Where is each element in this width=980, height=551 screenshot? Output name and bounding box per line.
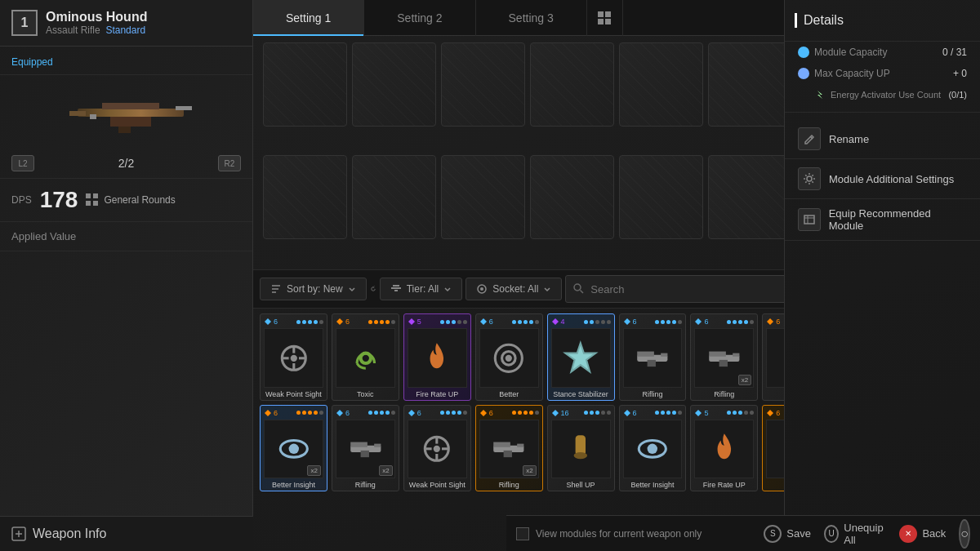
module-card[interactable]: 6 x2 Rifling Reinforcement [690, 313, 758, 401]
svg-rect-66 [360, 451, 368, 457]
svg-point-84 [648, 444, 657, 454]
card-header: 6 [264, 409, 323, 417]
max-capacity-icon [798, 68, 809, 79]
card-header: 4 [551, 318, 611, 326]
dot [738, 411, 742, 415]
sort-icon [270, 283, 282, 295]
circle-button[interactable]: ○ [959, 519, 970, 549]
svg-rect-93 [804, 216, 814, 224]
card-tier: 6 [766, 409, 780, 417]
tab-grid-button[interactable] [587, 0, 623, 36]
module-card[interactable]: 6 Rifling Reinforcement [619, 313, 687, 401]
card-icon-area: x2 [694, 328, 754, 388]
module-card[interactable]: 6 Toxic Enhancement Fire Rate [332, 313, 399, 401]
module-slot[interactable] [263, 155, 347, 239]
card-header: 6 [694, 318, 754, 326]
socket-filter-button[interactable]: Socket: All [466, 278, 562, 300]
svg-rect-64 [350, 442, 368, 447]
dot [661, 320, 665, 324]
dot [590, 411, 594, 415]
module-slot[interactable] [708, 42, 792, 127]
card-name: Weak Point Sight [264, 390, 323, 399]
weapon-info-btn[interactable]: Weapon Info [0, 516, 253, 551]
module-slot[interactable] [619, 155, 703, 239]
dot [655, 320, 659, 324]
svg-marker-59 [265, 410, 271, 416]
tab-setting1[interactable]: Setting 1 [253, 0, 364, 36]
module-slot[interactable] [708, 155, 792, 239]
rename-button[interactable]: Rename [785, 119, 980, 159]
sort-button[interactable]: Sort by: New [260, 278, 367, 300]
card-tier: 6 [336, 318, 350, 326]
x2-badge: x2 [307, 465, 320, 476]
module-slot[interactable] [530, 42, 614, 127]
card-dots [440, 411, 467, 415]
module-card[interactable]: 16 Shell UP [547, 405, 615, 492]
card-header: 5 [694, 409, 754, 417]
applied-value-label: Applied Value [0, 222, 252, 251]
module-slot[interactable] [441, 42, 525, 127]
energy-icon [814, 89, 826, 100]
module-card[interactable]: 6 Better Concentration [475, 313, 543, 401]
module-card[interactable]: 6 Weak Point Sight Bullet Improvem. [260, 313, 327, 401]
card-icon-area [551, 328, 611, 388]
module-card[interactable]: 6 Better Insight [619, 405, 687, 492]
max-capacity-value: + 0 [953, 68, 967, 79]
rename-label: Rename [829, 133, 869, 145]
module-slot[interactable] [619, 42, 703, 127]
card-name: Better Concentration [479, 390, 539, 401]
card-icon [345, 429, 386, 469]
socket-icon [476, 283, 488, 295]
card-icon-area [623, 420, 683, 479]
details-title: Details [804, 13, 844, 28]
view-filter[interactable]: View modules for current weapon only [516, 527, 702, 540]
module-card[interactable]: 5 Fire Rate UP Fire Rate [403, 313, 471, 401]
dot [595, 320, 599, 324]
module-additional-settings-button[interactable]: Module Additional Settings [785, 159, 980, 199]
tab-setting3[interactable]: Setting 3 [476, 0, 587, 36]
dot [523, 411, 528, 415]
socket-chevron-icon [543, 285, 551, 293]
weapon-image-area [0, 75, 252, 149]
card-icon-area [264, 328, 323, 388]
module-slot[interactable] [263, 42, 347, 127]
view-filter-checkbox[interactable] [516, 527, 529, 540]
module-card[interactable]: 4 Stance Stabilizer Recoil [547, 313, 615, 401]
module-additional-settings-icon [798, 167, 821, 190]
module-card[interactable]: 5 Fire Rate UP Fire Rate [690, 405, 758, 492]
module-slot[interactable] [352, 42, 436, 127]
dot [672, 320, 676, 324]
footer-actions: S Save U Unequip All ✕ Back ○ [784, 515, 980, 551]
back-button[interactable]: ✕ Back [899, 525, 946, 543]
svg-marker-47 [695, 318, 702, 325]
card-dots [440, 320, 467, 324]
module-slot[interactable] [530, 155, 614, 239]
dot [601, 411, 605, 415]
module-slot[interactable] [352, 155, 436, 239]
slot-count: 2/2 [118, 157, 134, 170]
dot [308, 320, 312, 324]
svg-marker-67 [408, 410, 415, 416]
tier-filter-button[interactable]: Tier: All [380, 278, 463, 300]
module-card[interactable]: 6 x2 Rifling Reinforcement [332, 405, 399, 492]
module-card[interactable]: 6 Weak Point Sight [403, 405, 471, 492]
card-dots [727, 320, 754, 324]
refresh-button[interactable] [370, 278, 376, 300]
dot [319, 320, 323, 324]
module-capacity-icon [798, 47, 809, 58]
module-card[interactable]: 6 x2 Better Insight [260, 405, 327, 492]
unequip-all-button[interactable]: U Unequip All [824, 522, 886, 546]
card-tier: 5 [694, 409, 708, 417]
dot [296, 320, 301, 324]
svg-point-21 [480, 287, 483, 291]
module-slot[interactable] [441, 155, 525, 239]
svg-marker-79 [552, 410, 559, 416]
tab-setting2[interactable]: Setting 2 [364, 0, 475, 36]
equip-recommended-button[interactable]: Equip Recommended Module [785, 199, 980, 241]
card-name: Fire Rate UP [408, 390, 467, 399]
save-button[interactable]: S Save [764, 525, 811, 543]
card-tier: 6 [264, 409, 278, 417]
weapon-info-icon [11, 527, 26, 541]
module-card[interactable]: 6 x2 Rifling Reinforcement [475, 405, 543, 492]
dot [666, 320, 670, 324]
